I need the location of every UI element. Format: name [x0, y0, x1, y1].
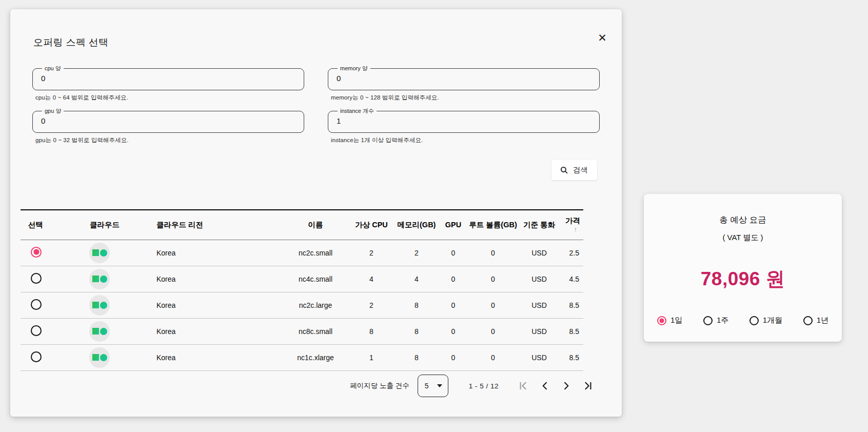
cloud-logo-square: [92, 302, 99, 308]
row-price: 8.5: [560, 292, 583, 318]
row-region: Korea: [149, 266, 282, 292]
row-currency: USD: [519, 240, 560, 266]
field-value: 0: [39, 72, 298, 83]
field-helper: instance는 1개 이상 입력해주세요.: [331, 136, 600, 144]
row-vcpu: 2: [349, 292, 394, 318]
chevron-down-icon: [437, 384, 442, 387]
cloud-provider-icon: [89, 269, 110, 289]
billing-period-option[interactable]: 1주: [703, 316, 728, 325]
vat-note: ( VAT 별도 ): [722, 233, 763, 243]
row-root-volume: 0: [467, 266, 519, 292]
search-button[interactable]: 검색: [551, 160, 597, 180]
column-header: GPU: [439, 210, 467, 240]
offering-spec-modal: 오퍼링 스펙 선택 ✕ cpu 양 0 cpu는 0 ~ 64 범위로 입력해주…: [10, 9, 622, 417]
row-select-radio[interactable]: [31, 351, 42, 362]
pagination-bar: 페이지당 노출 건수 5 1 - 5 / 12: [350, 375, 595, 397]
next-page-button[interactable]: [559, 379, 574, 393]
table-row[interactable]: Korea nc4c.small 4 4 0 0 USD 4.5: [21, 266, 583, 292]
field-label: memory 양: [338, 65, 370, 72]
estimated-amount: 78,096 원: [701, 266, 785, 292]
field-label: gpu 양: [42, 107, 64, 115]
table-header-row: 선택클라우드클라우드 리전이름가상 CPU메모리(GB)GPU루트 볼륨(GB)…: [21, 210, 583, 240]
cloud-provider-icon: [89, 321, 110, 342]
close-icon[interactable]: ✕: [593, 29, 611, 47]
number-input[interactable]: gpu 양 0: [32, 107, 304, 133]
row-select-radio[interactable]: [31, 299, 42, 310]
field-helper: cpu는 0 ~ 64 범위로 입력해주세요.: [35, 94, 304, 102]
sort-ascending-icon[interactable]: ↑: [574, 225, 578, 233]
cloud-logo-square: [92, 328, 99, 335]
estimated-cost-title: 총 예상 요금: [719, 214, 766, 226]
field-value: 0: [39, 115, 298, 125]
row-region: Korea: [149, 318, 282, 344]
row-name: nc8c.small: [282, 318, 349, 344]
cloud-logo-square: [92, 354, 99, 361]
row-currency: USD: [519, 292, 560, 318]
offering-spec-table: 선택클라우드클라우드 리전이름가상 CPU메모리(GB)GPU루트 볼륨(GB)…: [21, 209, 583, 371]
rows-per-page-label: 페이지당 노출 건수: [350, 381, 409, 390]
row-price: 8.5: [560, 344, 583, 370]
table-row[interactable]: Korea nc1c.xlarge 1 8 0 0 USD 8.5: [21, 344, 583, 370]
row-name: nc4c.small: [282, 266, 349, 292]
row-memory: 8: [394, 292, 439, 318]
row-gpu: 0: [439, 344, 467, 370]
column-header[interactable]: 가격↑: [560, 210, 583, 240]
row-memory: 8: [394, 344, 439, 370]
billing-period-option[interactable]: 1년: [803, 316, 828, 325]
period-radio[interactable]: [703, 316, 713, 325]
row-currency: USD: [519, 318, 560, 344]
filter-field: gpu 양 0 gpu는 0 ~ 32 범위로 입력해주세요.: [32, 107, 304, 144]
row-price: 2.5: [560, 240, 583, 266]
filter-field: memory 양 0 memory는 0 ~ 128 범위로 입력해주세요.: [328, 65, 600, 102]
number-input[interactable]: cpu 양 0: [32, 65, 304, 90]
row-vcpu: 1: [349, 344, 394, 370]
row-price: 4.5: [560, 266, 583, 292]
rows-per-page-select[interactable]: 5: [418, 375, 448, 397]
row-memory: 8: [394, 318, 439, 344]
row-root-volume: 0: [467, 344, 519, 370]
cloud-logo-square: [92, 276, 99, 282]
table-row[interactable]: Korea nc2c.large 2 8 0 0 USD 8.5: [21, 292, 583, 318]
row-gpu: 0: [439, 292, 467, 318]
cloud-logo-circle: [100, 276, 107, 283]
previous-page-button[interactable]: [538, 379, 552, 393]
billing-period-option[interactable]: 1개월: [749, 316, 782, 325]
row-select-radio[interactable]: [31, 247, 42, 258]
last-page-button[interactable]: [581, 379, 595, 393]
column-header: 클라우드: [82, 210, 149, 240]
field-helper: memory는 0 ~ 128 범위로 입력해주세요.: [331, 94, 600, 102]
row-name: nc1c.xlarge: [282, 344, 349, 370]
row-name: nc2c.large: [282, 292, 349, 318]
period-radio[interactable]: [749, 316, 759, 325]
row-memory: 2: [394, 240, 439, 266]
cloud-logo-circle: [100, 302, 107, 309]
period-radio[interactable]: [803, 316, 813, 325]
cloud-logo-circle: [100, 354, 107, 361]
row-root-volume: 0: [467, 292, 519, 318]
row-select-radio[interactable]: [31, 273, 42, 284]
rows-per-page-value: 5: [425, 382, 429, 390]
row-price: 8.5: [560, 318, 583, 344]
row-region: Korea: [149, 344, 282, 370]
cloud-provider-icon: [89, 243, 110, 263]
field-value: 1: [334, 115, 593, 125]
table-row[interactable]: Korea nc8c.small 8 8 0 0 USD 8.5: [21, 318, 583, 344]
pagination-range: 1 - 5 / 12: [469, 382, 499, 390]
field-value: 0: [334, 72, 593, 83]
row-currency: USD: [519, 266, 560, 292]
column-header: 클라우드 리전: [149, 210, 282, 240]
period-label: 1개월: [763, 316, 782, 325]
table-row[interactable]: Korea nc2c.small 2 2 0 0 USD 2.5: [21, 240, 583, 266]
number-input[interactable]: memory 양 0: [328, 65, 600, 90]
column-header: 루트 볼륨(GB): [467, 210, 519, 240]
billing-period-group: 1일 1주 1개월 1년: [644, 316, 842, 325]
row-vcpu: 2: [349, 240, 394, 266]
billing-period-option[interactable]: 1일: [657, 316, 682, 325]
field-helper: gpu는 0 ~ 32 범위로 입력해주세요.: [35, 136, 304, 144]
number-input[interactable]: instance 개수 1: [328, 107, 600, 133]
row-select-radio[interactable]: [31, 325, 42, 336]
period-radio[interactable]: [657, 316, 666, 325]
column-header: 메모리(GB): [394, 210, 439, 240]
first-page-button[interactable]: [516, 379, 530, 393]
row-vcpu: 4: [349, 266, 394, 292]
